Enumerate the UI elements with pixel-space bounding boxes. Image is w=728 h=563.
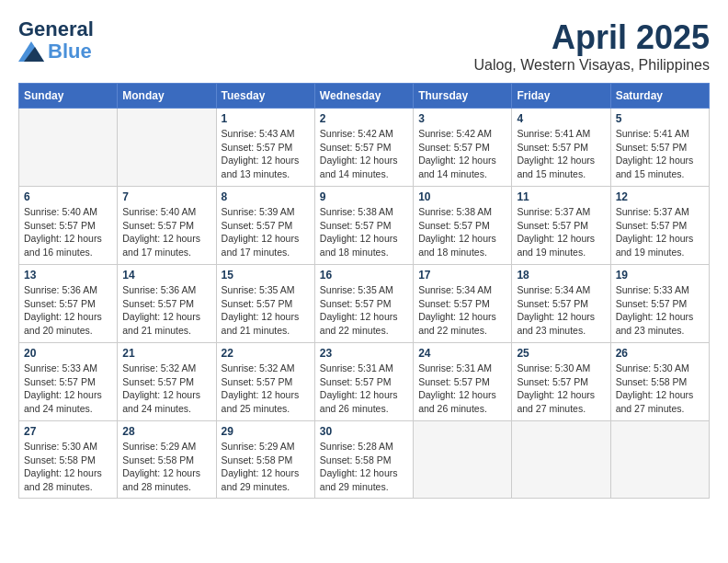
day-info: Sunrise: 5:32 AMSunset: 5:57 PMDaylight:…: [122, 362, 210, 416]
day-info: Sunrise: 5:32 AMSunset: 5:57 PMDaylight:…: [222, 362, 310, 416]
logo-icon: [18, 41, 44, 62]
day-info: Sunrise: 5:31 AMSunset: 5:57 PMDaylight:…: [320, 362, 408, 416]
day-info: Sunrise: 5:35 AMSunset: 5:57 PMDaylight:…: [222, 283, 310, 338]
day-info: Sunrise: 5:40 AMSunset: 5:57 PMDaylight:…: [24, 205, 112, 259]
day-info: Sunrise: 5:37 AMSunset: 5:57 PMDaylight:…: [616, 205, 704, 259]
day-number: 20: [24, 347, 112, 360]
day-number: 5: [616, 112, 704, 125]
calendar-cell-2-5: 10Sunrise: 5:38 AMSunset: 5:57 PMDayligh…: [414, 187, 512, 265]
calendar-cell-5-3: 29Sunrise: 5:29 AMSunset: 5:58 PMDayligh…: [216, 421, 314, 499]
weekday-header-row: SundayMondayTuesdayWednesdayThursdayFrid…: [19, 84, 710, 109]
weekday-header-friday: Friday: [512, 84, 610, 109]
day-number: 9: [320, 190, 408, 203]
day-number: 15: [222, 269, 310, 282]
day-info: Sunrise: 5:29 AMSunset: 5:58 PMDaylight:…: [122, 440, 210, 494]
day-number: 23: [320, 347, 408, 360]
day-info: Sunrise: 5:31 AMSunset: 5:57 PMDaylight:…: [418, 362, 506, 416]
day-info: Sunrise: 5:39 AMSunset: 5:57 PMDaylight:…: [222, 205, 310, 259]
calendar-cell-4-2: 21Sunrise: 5:32 AMSunset: 5:57 PMDayligh…: [118, 343, 216, 421]
calendar-cell-2-6: 11Sunrise: 5:37 AMSunset: 5:57 PMDayligh…: [512, 187, 610, 265]
calendar-cell-1-1: [19, 109, 118, 187]
day-number: 30: [320, 425, 408, 438]
title-block: April 2025 Ualog, Western Visayas, Phili…: [474, 18, 710, 74]
day-info: Sunrise: 5:36 AMSunset: 5:57 PMDaylight:…: [122, 283, 210, 338]
calendar-cell-5-1: 27Sunrise: 5:30 AMSunset: 5:58 PMDayligh…: [19, 421, 118, 499]
day-number: 21: [122, 347, 210, 360]
calendar-cell-4-1: 20Sunrise: 5:33 AMSunset: 5:57 PMDayligh…: [19, 343, 118, 421]
calendar-cell-2-1: 6Sunrise: 5:40 AMSunset: 5:57 PMDaylight…: [19, 187, 118, 265]
location-title: Ualog, Western Visayas, Philippines: [474, 57, 710, 74]
calendar-cell-1-4: 2Sunrise: 5:42 AMSunset: 5:57 PMDaylight…: [314, 109, 413, 187]
calendar-cell-4-7: 26Sunrise: 5:30 AMSunset: 5:58 PMDayligh…: [610, 343, 709, 421]
day-number: 13: [24, 269, 112, 282]
week-row-5: 27Sunrise: 5:30 AMSunset: 5:58 PMDayligh…: [19, 421, 710, 499]
calendar-cell-1-3: 1Sunrise: 5:43 AMSunset: 5:57 PMDaylight…: [216, 109, 314, 187]
weekday-header-tuesday: Tuesday: [216, 84, 314, 109]
weekday-header-wednesday: Wednesday: [314, 84, 413, 109]
calendar-cell-3-4: 16Sunrise: 5:35 AMSunset: 5:57 PMDayligh…: [314, 265, 413, 343]
calendar-cell-3-3: 15Sunrise: 5:35 AMSunset: 5:57 PMDayligh…: [216, 265, 314, 343]
day-number: 12: [616, 190, 704, 203]
calendar-cell-4-5: 24Sunrise: 5:31 AMSunset: 5:57 PMDayligh…: [414, 343, 512, 421]
calendar-cell-3-7: 19Sunrise: 5:33 AMSunset: 5:57 PMDayligh…: [610, 265, 709, 343]
page-header: General Blue April 2025 Ualog, Western V…: [18, 18, 710, 74]
calendar-cell-3-5: 17Sunrise: 5:34 AMSunset: 5:57 PMDayligh…: [414, 265, 512, 343]
day-number: 24: [418, 347, 506, 360]
day-info: Sunrise: 5:34 AMSunset: 5:57 PMDaylight:…: [418, 283, 506, 338]
calendar-cell-2-3: 8Sunrise: 5:39 AMSunset: 5:57 PMDaylight…: [216, 187, 314, 265]
day-number: 8: [222, 190, 310, 203]
calendar-cell-3-6: 18Sunrise: 5:34 AMSunset: 5:57 PMDayligh…: [512, 265, 610, 343]
calendar-cell-4-4: 23Sunrise: 5:31 AMSunset: 5:57 PMDayligh…: [314, 343, 413, 421]
calendar-cell-2-2: 7Sunrise: 5:40 AMSunset: 5:57 PMDaylight…: [118, 187, 216, 265]
calendar-cell-2-4: 9Sunrise: 5:38 AMSunset: 5:57 PMDaylight…: [314, 187, 413, 265]
day-number: 17: [418, 269, 506, 282]
week-row-3: 13Sunrise: 5:36 AMSunset: 5:57 PMDayligh…: [19, 265, 710, 343]
calendar-cell-5-6: [512, 421, 610, 499]
day-number: 18: [517, 269, 605, 282]
day-number: 16: [320, 269, 408, 282]
day-number: 14: [122, 269, 210, 282]
day-info: Sunrise: 5:33 AMSunset: 5:57 PMDaylight:…: [616, 283, 704, 338]
day-number: 7: [122, 190, 210, 203]
calendar-cell-5-5: [414, 421, 512, 499]
calendar-cell-3-1: 13Sunrise: 5:36 AMSunset: 5:57 PMDayligh…: [19, 265, 118, 343]
day-number: 11: [517, 190, 605, 203]
calendar-cell-3-2: 14Sunrise: 5:36 AMSunset: 5:57 PMDayligh…: [118, 265, 216, 343]
day-info: Sunrise: 5:30 AMSunset: 5:58 PMDaylight:…: [616, 362, 704, 416]
calendar-cell-1-2: [118, 109, 216, 187]
calendar-table: SundayMondayTuesdayWednesdayThursdayFrid…: [18, 83, 710, 499]
day-info: Sunrise: 5:28 AMSunset: 5:58 PMDaylight:…: [320, 440, 408, 494]
day-info: Sunrise: 5:33 AMSunset: 5:57 PMDaylight:…: [24, 362, 112, 416]
month-title: April 2025: [474, 18, 710, 57]
day-info: Sunrise: 5:34 AMSunset: 5:57 PMDaylight:…: [517, 283, 605, 338]
day-info: Sunrise: 5:38 AMSunset: 5:57 PMDaylight:…: [320, 205, 408, 259]
weekday-header-sunday: Sunday: [19, 84, 118, 109]
calendar-cell-5-2: 28Sunrise: 5:29 AMSunset: 5:58 PMDayligh…: [118, 421, 216, 499]
calendar-cell-4-3: 22Sunrise: 5:32 AMSunset: 5:57 PMDayligh…: [216, 343, 314, 421]
weekday-header-saturday: Saturday: [610, 84, 709, 109]
day-number: 26: [616, 347, 704, 360]
week-row-1: 1Sunrise: 5:43 AMSunset: 5:57 PMDaylight…: [19, 109, 710, 187]
weekday-header-thursday: Thursday: [414, 84, 512, 109]
day-number: 1: [222, 112, 310, 125]
day-info: Sunrise: 5:42 AMSunset: 5:57 PMDaylight:…: [418, 127, 506, 181]
logo-text-blue: Blue: [48, 40, 92, 63]
calendar-cell-2-7: 12Sunrise: 5:37 AMSunset: 5:57 PMDayligh…: [610, 187, 709, 265]
logo: General Blue: [18, 18, 94, 63]
day-info: Sunrise: 5:30 AMSunset: 5:57 PMDaylight:…: [517, 362, 605, 416]
day-info: Sunrise: 5:37 AMSunset: 5:57 PMDaylight:…: [517, 205, 605, 259]
day-number: 28: [122, 425, 210, 438]
day-info: Sunrise: 5:42 AMSunset: 5:57 PMDaylight:…: [320, 127, 408, 181]
week-row-4: 20Sunrise: 5:33 AMSunset: 5:57 PMDayligh…: [19, 343, 710, 421]
day-info: Sunrise: 5:29 AMSunset: 5:58 PMDaylight:…: [222, 440, 310, 494]
day-info: Sunrise: 5:35 AMSunset: 5:57 PMDaylight:…: [320, 283, 408, 338]
day-number: 25: [517, 347, 605, 360]
day-number: 4: [517, 112, 605, 125]
day-number: 19: [616, 269, 704, 282]
day-number: 3: [418, 112, 506, 125]
day-number: 27: [24, 425, 112, 438]
day-number: 2: [320, 112, 408, 125]
calendar-cell-4-6: 25Sunrise: 5:30 AMSunset: 5:57 PMDayligh…: [512, 343, 610, 421]
day-info: Sunrise: 5:41 AMSunset: 5:57 PMDaylight:…: [517, 127, 605, 181]
day-info: Sunrise: 5:43 AMSunset: 5:57 PMDaylight:…: [222, 127, 310, 181]
